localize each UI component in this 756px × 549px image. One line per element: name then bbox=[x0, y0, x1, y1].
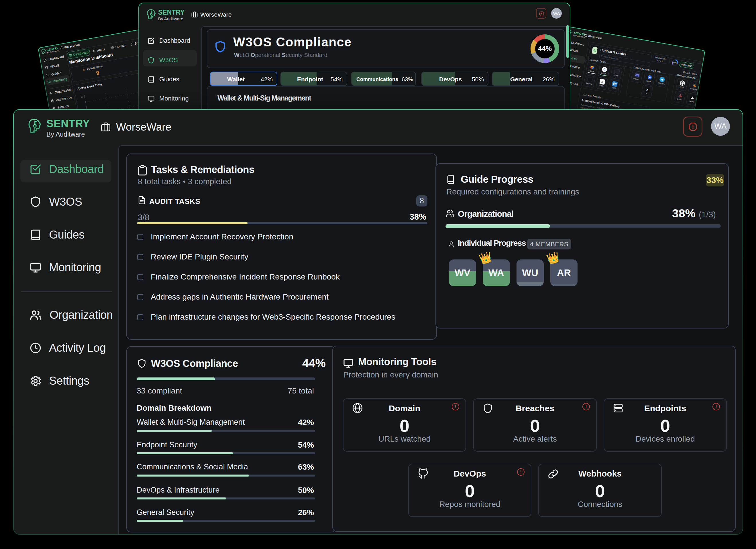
svg-text:2: 2 bbox=[81, 95, 83, 99]
